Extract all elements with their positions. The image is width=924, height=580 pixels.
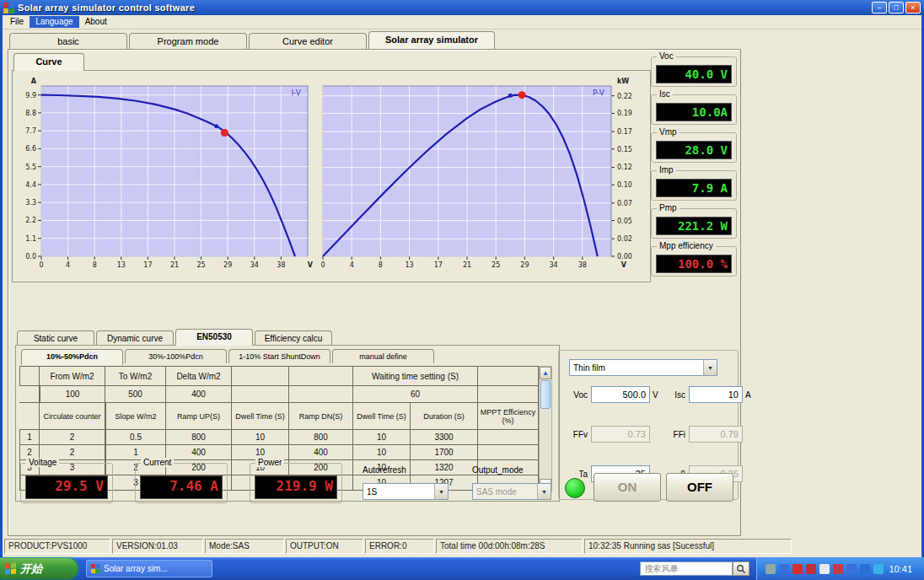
table-cell: Delta W/m2 [166,366,232,386]
tray-icon[interactable] [819,564,830,574]
svg-text:0.00: 0.00 [617,253,632,260]
current-value: 7.46 A [140,475,223,499]
table-cell [19,403,40,430]
pv-param-fields: VocVIscAFFvFFiTaβ [566,386,733,482]
off-button[interactable]: OFF [666,473,733,502]
chevron-down-icon[interactable]: ▼ [434,484,448,499]
scroll-up-icon[interactable]: ▲ [540,367,551,379]
tab-curve[interactable]: Curve [13,53,84,71]
field-voc-unit: V [650,390,663,400]
taskbar-search-input[interactable]: 搜索风暴 [640,561,733,576]
tray-icon[interactable] [792,564,803,574]
svg-text:0.02: 0.02 [617,235,632,243]
status-mode: Mode:SAS [205,539,284,554]
field-voc-input[interactable] [591,386,650,403]
status-output: OUTPUT:ON [286,539,363,554]
field-isc-input[interactable] [689,386,743,403]
run-indicator [565,478,585,498]
tray-icon[interactable] [860,564,870,574]
tab-solar-array-simulator[interactable]: Solar array simulator [368,31,495,49]
tab-basic[interactable]: basic [9,33,127,49]
tab-en50530[interactable]: EN50530 [175,329,253,346]
svg-text:5.5: 5.5 [25,164,36,171]
svg-text:17: 17 [143,261,152,269]
tab-dynamic-curve[interactable]: Dynamic curve [96,330,174,346]
svg-text:21: 21 [170,261,179,269]
svg-text:0: 0 [39,261,43,269]
taskbar-clock: 10:41 [887,564,917,574]
tray-icon[interactable] [806,564,816,574]
column-header: Dwell Time (S) [353,403,411,430]
range-from-cell[interactable]: 100 [40,386,105,403]
svg-text:0.17: 0.17 [617,128,632,136]
minimize-button[interactable]: – [872,2,887,13]
table-cell: Waiting time setting (S) [353,366,478,386]
main-panel: Curve 048131721252934389.98.87.76.65.54.… [8,49,741,536]
tray-icon[interactable] [766,564,776,574]
tray-icon[interactable] [873,564,884,574]
svg-text:25: 25 [492,261,500,269]
current-meter: Current7.46 A [135,463,228,503]
table-cell[interactable]: 1700 [411,445,478,460]
table-scrollbar[interactable]: ▲ ▼ [539,366,552,492]
close-button[interactable]: × [905,2,921,13]
tray-icon[interactable] [846,564,857,574]
maximize-button[interactable]: □ [889,2,904,13]
waiting-time-cell[interactable]: 60 [353,386,478,403]
scroll-thumb[interactable] [540,380,551,409]
menu-item-file[interactable]: File [4,16,30,28]
table-cell[interactable]: 0.5 [105,430,166,445]
subtab-30-100-pdcn[interactable]: 30%-100%Pdcn [125,349,227,363]
window-title: Solar array simulator control software [18,3,872,13]
svg-text:0: 0 [320,261,325,269]
app-window: Solar array simulator control software –… [0,0,924,557]
range-delta-cell[interactable]: 400 [166,386,232,403]
table-cell[interactable] [478,430,539,445]
menu-item-language[interactable]: Language [30,16,79,28]
search-icon[interactable] [733,561,749,576]
svg-text:6.6: 6.6 [25,145,36,153]
table-cell[interactable]: 10 [353,430,411,445]
table-cell[interactable]: 800 [289,430,353,445]
taskbar-task-button[interactable]: Solar array sim... [86,560,212,577]
start-button[interactable]: 开始 [0,558,78,579]
meas-group-pmp: Pmp221.2 W [651,208,737,239]
menu-item-about[interactable]: About [79,16,113,28]
field-voc-label: Voc [566,390,591,400]
measurement-column: Voc40.0 VIsc10.0AVmp28.0 VImp7.9 APmp221… [651,56,737,277]
app-icon [3,3,14,13]
autorefresh-select[interactable]: 1S ▼ [363,483,449,500]
tab-efficiency-calcu[interactable]: Efficiency calcu [255,330,332,346]
tab-program-mode[interactable]: Program mode [129,33,247,49]
pv-type-select[interactable]: Thin film ▼ [569,359,717,376]
scroll-track[interactable] [540,410,551,479]
table-cell[interactable] [478,445,539,460]
subtab-10-50-pdcn[interactable]: 10%-50%Pdcn [21,349,123,365]
range-to-cell[interactable]: 500 [105,386,166,403]
subtab-manual-define[interactable]: manual define [332,349,434,363]
table-cell[interactable]: 10 [353,445,411,460]
tab-curve-editor[interactable]: Curve editor [249,33,367,49]
table-cell[interactable]: 10 [232,430,289,445]
subtab-1-10-start-shuntdown[interactable]: 1-10% Start ShuntDown [228,349,330,363]
autorefresh-label: Autorefresh [363,465,406,475]
table-cell [289,366,353,386]
table-cell[interactable]: 3300 [411,430,478,445]
tray-icon[interactable] [779,564,789,574]
meas-value-pmp: 221.2 W [656,217,732,235]
meas-label: Mpp efficiency [657,241,716,250]
field-ffv-label: FFv [566,430,591,439]
column-header: Ramp UP(S) [166,403,232,430]
svg-text:0.15: 0.15 [617,146,632,153]
table-cell[interactable]: 400 [289,445,353,460]
table-cell[interactable]: 800 [166,430,232,445]
tray-icon[interactable] [833,564,843,574]
table-cell[interactable]: 2 [40,430,105,445]
tab-static-curve[interactable]: Static curve [17,330,94,346]
table-cell[interactable]: 1320 [411,460,478,475]
chevron-down-icon[interactable]: ▼ [703,360,717,375]
window-controls: – □ × [872,2,921,13]
table-cell[interactable]: 400 [166,445,232,460]
meas-group-mpp-efficiency: Mpp efficiency100.0 % [651,246,737,277]
sub-tab-strip: 10%-50%Pdcn30%-100%Pdcn1-10% Start Shunt… [21,349,436,365]
